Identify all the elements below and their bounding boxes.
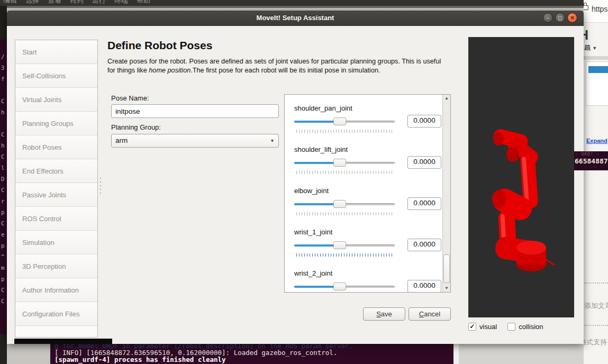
robot-3d-viewport[interactable] — [468, 37, 574, 317]
joint-row: shoulder_lift_joint 0.0000 — [285, 145, 450, 181]
menu-item[interactable]: 转到 — [70, 0, 84, 5]
cancel-button-label: Cancel — [409, 308, 450, 320]
slider-ticks — [296, 130, 394, 133]
url-text[interactable]: https — [592, 5, 607, 13]
menu-item[interactable]: 运行 — [92, 0, 106, 5]
add-article-text[interactable]: 添加文章 — [584, 301, 608, 311]
joint-value-field[interactable]: 0.0000 — [407, 239, 441, 251]
joint-row: wrist_1_joint 0.0000 — [285, 228, 450, 264]
browser-page-card — [586, 61, 608, 106]
joint-value-field[interactable]: 0.0000 — [407, 156, 441, 169]
joint-panel-scrollbar[interactable]: ▲ ▼ — [442, 95, 450, 292]
menu-item[interactable]: 选择 — [25, 0, 39, 5]
maximize-button[interactable]: ◻ — [555, 13, 565, 23]
sidebar-item[interactable]: Start — [15, 40, 97, 64]
browser-title-dropdown[interactable]: 题 ▼ — [584, 43, 597, 52]
background-terminal-fragment: - UKD! - 66584887 — [574, 151, 608, 170]
scroll-down-arrow[interactable]: ▼ — [443, 285, 450, 292]
slider-handle[interactable] — [333, 283, 346, 290]
joint-slider[interactable] — [294, 159, 395, 167]
terminal-edge-glyphs: / 3 f C h C h C l D C r p C e p ^ m p C … — [1, 51, 5, 307]
sidebar-item[interactable]: Planning Groups — [15, 112, 97, 135]
desktop-menubar: 编辑选择查看转到运行终端帮助 — [0, 0, 608, 6]
browser-divider — [584, 56, 608, 60]
close-button[interactable]: ✕ — [567, 13, 577, 23]
visual-checkbox[interactable] — [468, 323, 476, 331]
window-titlebar[interactable]: MoveIt! Setup Assistant – ◻ ✕ — [7, 11, 584, 26]
joint-value-field[interactable]: 0.0000 — [407, 197, 441, 210]
planning-group-select[interactable]: arm ▾ — [111, 134, 279, 148]
slider-handle[interactable] — [333, 241, 346, 249]
sidebar-item[interactable]: ROS Control — [15, 207, 97, 231]
menu-item[interactable]: 查看 — [48, 0, 61, 5]
format-support-text: 格式支持 — [584, 338, 607, 347]
joint-sliders-panel: shoulder_pan_joint 0.0000 shoulder_lift_… — [284, 94, 451, 293]
sidebar-item[interactable]: Robot Poses — [15, 135, 97, 159]
menu-item[interactable]: 帮助 — [137, 0, 150, 5]
page-title: Define Robot Poses — [107, 39, 212, 52]
joint-row: wrist_2_joint 0.0000 — [285, 269, 450, 293]
sidebar-item[interactable]: Virtual Joints — [15, 88, 97, 112]
joint-slider[interactable] — [294, 241, 395, 249]
slider-fill — [294, 203, 340, 205]
terminal-scrollbar[interactable] — [453, 344, 459, 364]
joint-name: shoulder_pan_joint — [294, 104, 450, 112]
browser-heading-fragment: H — [584, 28, 588, 43]
planning-group-label: Planning Group: — [111, 123, 161, 131]
background-browser: ⌂ https H 题 ▼ Expand 添加文章 格式支持 — [584, 0, 608, 364]
slider-handle[interactable] — [333, 200, 346, 208]
pose-name-label: Pose Name: — [111, 94, 149, 102]
planning-group-value: arm — [115, 136, 128, 144]
menu-item[interactable]: 终端 — [114, 0, 128, 5]
sidebar-item[interactable]: Simulation — [15, 231, 97, 254]
joint-value-field[interactable]: 0.0000 — [407, 280, 441, 293]
slider-fill — [294, 244, 340, 247]
save-button[interactable]: Save — [363, 307, 405, 321]
sidebar-item[interactable]: Author Information — [15, 278, 97, 302]
robot-arm-render — [468, 37, 574, 317]
cancel-button[interactable]: Cancel — [409, 307, 451, 321]
menu-item[interactable]: 编辑 — [3, 0, 17, 5]
moveit-setup-assistant-window: MoveIt! Setup Assistant – ◻ ✕ Start Self… — [7, 11, 584, 344]
joint-name: elbow_joint — [294, 187, 450, 195]
terminal-fragment-number: 66584887 — [575, 157, 608, 165]
slider-handle[interactable] — [333, 159, 346, 167]
slider-ticks — [296, 212, 394, 215]
description-italic: home position — [149, 67, 190, 74]
dotted-divider — [585, 325, 608, 326]
description-text: .The first pose for each robot will be i… — [190, 67, 380, 74]
slider-handle[interactable] — [333, 117, 346, 125]
browser-url-bar[interactable]: ⌂ https — [584, 0, 608, 23]
expand-link[interactable]: Expand — [586, 138, 607, 144]
slider-ticks — [296, 253, 394, 257]
page-description: Create poses for the robot. Poses are de… — [107, 57, 450, 75]
splitter-handle[interactable] — [100, 178, 101, 196]
joint-name: wrist_1_joint — [294, 228, 450, 236]
scrollbar-thumb[interactable] — [443, 254, 450, 283]
sidebar-item[interactable]: End Effectors — [15, 159, 97, 183]
scroll-up-arrow[interactable]: ▲ — [443, 95, 450, 102]
collision-label: collision — [519, 323, 543, 331]
chevron-down-icon: ▼ — [592, 46, 597, 51]
joint-rows: shoulder_pan_joint 0.0000 shoulder_lift_… — [285, 95, 450, 293]
joint-slider[interactable] — [294, 117, 395, 125]
collision-checkbox[interactable] — [507, 323, 515, 331]
slider-fill — [294, 286, 340, 288]
pose-name-input[interactable] — [111, 104, 279, 118]
slider-fill — [294, 121, 340, 123]
background-terminal: g for model URDF in parameter [/robot_de… — [50, 344, 453, 364]
joint-value-field[interactable]: 0.0000 — [407, 115, 441, 128]
terminal-black-bar — [14, 339, 112, 344]
terminal-fragment-dim: - UKD! - — [575, 152, 608, 157]
sidebar-item[interactable]: Configuration Files — [15, 302, 97, 326]
joint-slider[interactable] — [294, 283, 395, 290]
sidebar-item[interactable]: 3D Perception — [15, 254, 97, 278]
sidebar-item[interactable]: Passive Joints — [15, 183, 97, 207]
joint-slider[interactable] — [294, 200, 395, 208]
joint-row: shoulder_pan_joint 0.0000 — [285, 104, 450, 140]
sidebar-item[interactable]: Self-Collisions — [15, 64, 97, 88]
joint-row: elbow_joint 0.0000 — [285, 187, 450, 223]
lock-icon — [584, 5, 588, 10]
browser-blue-bar — [588, 66, 608, 73]
minimize-button[interactable]: – — [543, 13, 553, 23]
